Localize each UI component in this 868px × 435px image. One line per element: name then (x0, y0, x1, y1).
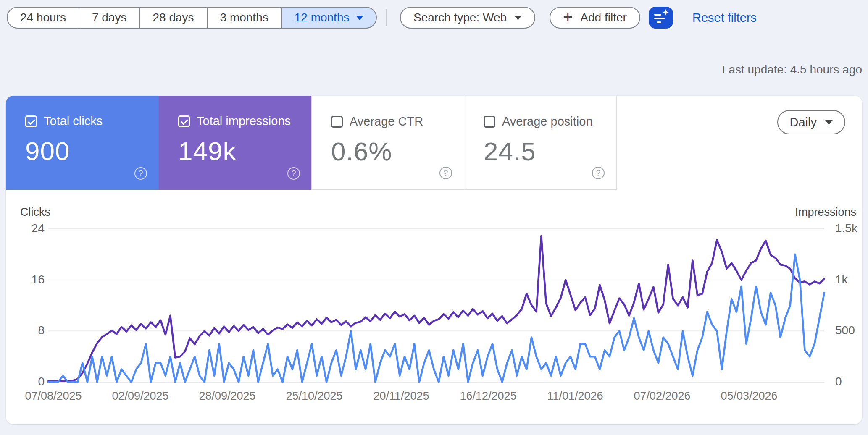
date-range-7-days[interactable]: 7 days (79, 7, 140, 29)
date-range-3-months[interactable]: 3 months (207, 7, 282, 29)
left-axis-tick: 24 (18, 222, 45, 235)
x-axis-date-label: 11/01/2026 (537, 390, 613, 403)
left-axis-tick: 0 (18, 375, 45, 388)
chevron-down-icon (514, 16, 522, 20)
plus-icon: + (563, 8, 573, 25)
right-axis-tick: 500 (835, 324, 855, 337)
x-axis-date-label: 07/08/2025 (16, 390, 91, 403)
toolbar-divider (386, 9, 387, 26)
date-range-24-hours[interactable]: 24 hours (7, 7, 79, 29)
add-filter-button[interactable]: + Add filter (550, 7, 640, 29)
date-range-label: 12 months (295, 11, 350, 24)
right-axis-tick: 0 (835, 375, 842, 388)
x-axis-date-label: 28/09/2025 (189, 390, 265, 403)
chevron-down-icon (356, 16, 363, 20)
date-range-label: 7 days (92, 11, 127, 24)
left-axis-tick: 16 (18, 273, 45, 286)
reset-filters-link[interactable]: Reset filters (692, 11, 757, 25)
left-axis-tick: 8 (18, 324, 45, 337)
search-type-dropdown[interactable]: Search type: Web (400, 7, 535, 29)
x-axis-date-label: 20/11/2025 (363, 390, 439, 403)
x-axis-date-label: 25/10/2025 (276, 390, 352, 403)
date-range-label: 28 days (153, 11, 194, 24)
date-range-label: 24 hours (20, 11, 66, 24)
date-range-28-days[interactable]: 28 days (139, 7, 207, 29)
filter-sparkle-icon: ✦ (654, 10, 668, 25)
date-range-label: 3 months (220, 11, 268, 24)
last-update-text: Last update: 4.5 hours ago (722, 63, 862, 76)
right-axis-tick: 1.5k (835, 222, 857, 235)
date-range-group: 24 hours7 days28 days3 months12 months (7, 7, 377, 29)
right-axis-tick: 1k (835, 273, 848, 286)
date-range-12-months[interactable]: 12 months (281, 7, 377, 29)
smart-filter-button[interactable]: ✦ (649, 7, 673, 29)
x-axis-date-label: 07/02/2026 (624, 390, 700, 403)
line-chart[interactable] (6, 96, 862, 424)
x-axis-date-label: 16/12/2025 (450, 390, 526, 403)
series-total-impressions (48, 236, 824, 381)
search-console-performance-page: 24 hours7 days28 days3 months12 months S… (0, 0, 868, 435)
x-axis-date-label: 02/09/2025 (103, 390, 178, 403)
add-filter-label: Add filter (580, 11, 627, 24)
x-axis-date-label: 05/03/2026 (711, 390, 787, 403)
performance-panel: Total clicks 900 ? Total impressions 149… (6, 96, 862, 424)
search-type-label: Search type: Web (413, 11, 507, 24)
series-total-clicks (48, 254, 824, 382)
